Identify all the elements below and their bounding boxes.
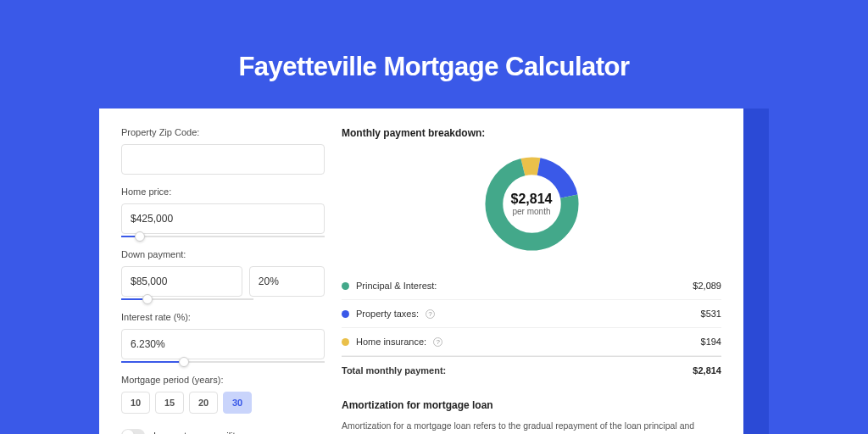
veteran-toggle[interactable] bbox=[121, 429, 145, 434]
legend-dot bbox=[342, 338, 349, 346]
breakdown-column: Monthly payment breakdown: $2,814 per mo… bbox=[342, 127, 721, 434]
down-payment-pct-input[interactable] bbox=[249, 266, 325, 297]
legend-row: Home insurance:?$194 bbox=[342, 328, 721, 356]
total-amount: $2,814 bbox=[693, 365, 721, 376]
legend-dot bbox=[342, 310, 349, 318]
calculator-card-outer: Property Zip Code: Home price: Down paym… bbox=[99, 108, 769, 434]
donut-center-value: $2,814 bbox=[511, 192, 553, 207]
interest-label: Interest rate (%): bbox=[121, 312, 325, 322]
calculator-card: Property Zip Code: Home price: Down paym… bbox=[99, 108, 743, 434]
legend-amount: $194 bbox=[701, 337, 721, 347]
legend-row: Principal & Interest:$2,089 bbox=[342, 272, 721, 300]
interest-field-block: Interest rate (%): bbox=[121, 312, 325, 363]
veteran-toggle-row: I am veteran or military bbox=[121, 429, 325, 434]
down-payment-slider-thumb[interactable] bbox=[142, 294, 153, 304]
interest-input[interactable] bbox=[121, 329, 325, 359]
toggle-knob bbox=[122, 430, 134, 434]
zip-input[interactable] bbox=[121, 144, 325, 175]
legend-label: Principal & Interest: bbox=[356, 281, 437, 291]
down-payment-slider[interactable] bbox=[121, 298, 253, 300]
home-price-field-block: Home price: bbox=[121, 186, 325, 237]
info-icon[interactable]: ? bbox=[426, 309, 435, 319]
down-payment-field-block: Down payment: bbox=[121, 249, 325, 300]
period-option-15[interactable]: 15 bbox=[155, 392, 184, 414]
period-option-20[interactable]: 20 bbox=[189, 392, 218, 414]
period-field-block: Mortgage period (years): 10152030 bbox=[121, 375, 325, 414]
legend-amount: $531 bbox=[701, 309, 721, 319]
period-option-30[interactable]: 30 bbox=[223, 392, 252, 414]
home-price-label: Home price: bbox=[121, 186, 325, 197]
total-label: Total monthly payment: bbox=[342, 365, 446, 376]
donut-chart: $2,814 per month bbox=[479, 151, 585, 257]
legend-dot bbox=[342, 282, 349, 290]
veteran-label: I am veteran or military bbox=[153, 431, 248, 434]
legend-label: Home insurance: bbox=[356, 337, 426, 347]
amortization-title: Amortization for mortgage loan bbox=[342, 399, 721, 411]
home-price-input[interactable] bbox=[121, 203, 325, 234]
interest-slider-thumb[interactable] bbox=[179, 357, 189, 367]
home-price-slider[interactable] bbox=[121, 236, 325, 237]
home-price-slider-thumb[interactable] bbox=[135, 231, 145, 242]
down-payment-label: Down payment: bbox=[121, 249, 325, 259]
legend-label: Property taxes: bbox=[356, 309, 419, 319]
zip-label: Property Zip Code: bbox=[121, 127, 325, 137]
page-title: Fayetteville Mortgage Calculator bbox=[238, 52, 629, 82]
donut-chart-wrap: $2,814 per month bbox=[342, 151, 721, 257]
interest-slider[interactable] bbox=[121, 361, 325, 363]
amortization-text: Amortization for a mortgage loan refers … bbox=[342, 420, 721, 434]
down-payment-input[interactable] bbox=[121, 266, 242, 297]
legend-row: Property taxes:?$531 bbox=[342, 300, 721, 328]
legend-list: Principal & Interest:$2,089Property taxe… bbox=[342, 272, 721, 356]
info-icon[interactable]: ? bbox=[433, 337, 442, 347]
legend-total-row: Total monthly payment: $2,814 bbox=[342, 356, 721, 384]
breakdown-title: Monthly payment breakdown: bbox=[342, 127, 721, 139]
legend-amount: $2,089 bbox=[693, 281, 721, 291]
period-option-10[interactable]: 10 bbox=[121, 392, 150, 414]
inputs-column: Property Zip Code: Home price: Down paym… bbox=[121, 127, 325, 434]
period-label: Mortgage period (years): bbox=[121, 375, 325, 385]
donut-center-sub: per month bbox=[512, 207, 550, 216]
zip-field-block: Property Zip Code: bbox=[121, 127, 325, 175]
